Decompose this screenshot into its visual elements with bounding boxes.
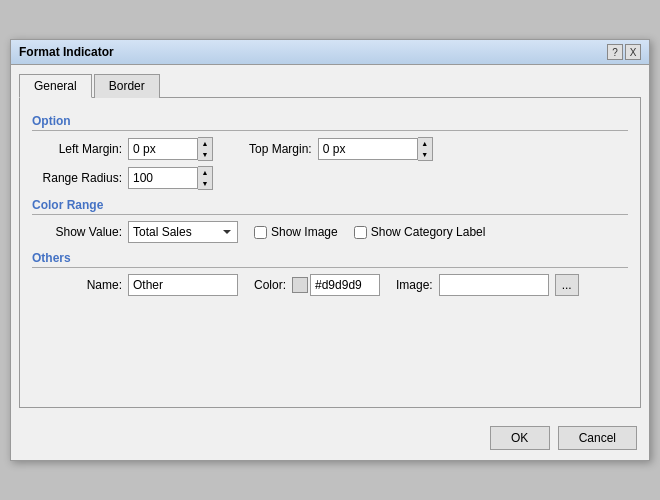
image-input[interactable] (439, 274, 549, 296)
option-divider (32, 130, 628, 131)
dialog-title: Format Indicator (19, 45, 114, 59)
left-margin-spin-buttons: ▲ ▼ (198, 137, 213, 161)
ok-button[interactable]: OK (490, 426, 550, 450)
top-margin-group: Top Margin: ▲ ▼ (249, 137, 433, 161)
top-margin-spin-down[interactable]: ▼ (418, 149, 432, 160)
section-label-option: Option (32, 114, 628, 128)
show-category-label-label: Show Category Label (371, 225, 486, 239)
left-margin-spin-down[interactable]: ▼ (198, 149, 212, 160)
section-label-color-range: Color Range (32, 198, 628, 212)
range-radius-spin: ▲ ▼ (128, 166, 213, 190)
top-margin-spin: ▲ ▼ (318, 137, 433, 161)
title-bar: Format Indicator ? X (11, 40, 649, 65)
left-margin-label: Left Margin: (32, 142, 122, 156)
others-divider (32, 267, 628, 268)
show-image-checkbox[interactable] (254, 226, 267, 239)
left-margin-row: Left Margin: ▲ ▼ Top Margin: ▲ ▼ (32, 137, 628, 161)
top-margin-spin-up[interactable]: ▲ (418, 138, 432, 149)
others-row: Name: Color: Image: ... (32, 274, 628, 296)
dialog: Format Indicator ? X General Border Opti… (10, 39, 650, 461)
color-swatch (292, 277, 308, 293)
range-radius-label: Range Radius: (32, 171, 122, 185)
show-value-label: Show Value: (32, 225, 122, 239)
close-button[interactable]: X (625, 44, 641, 60)
show-image-label: Show Image (271, 225, 338, 239)
name-label: Name: (32, 278, 122, 292)
tab-content-general: Option Left Margin: ▲ ▼ Top Margin: (19, 98, 641, 408)
show-category-label-group: Show Category Label (354, 225, 486, 239)
color-input[interactable] (310, 274, 380, 296)
show-category-label-checkbox[interactable] (354, 226, 367, 239)
cancel-button[interactable]: Cancel (558, 426, 637, 450)
tab-general[interactable]: General (19, 74, 92, 98)
top-margin-label: Top Margin: (249, 142, 312, 156)
range-radius-spin-buttons: ▲ ▼ (198, 166, 213, 190)
left-margin-spin-up[interactable]: ▲ (198, 138, 212, 149)
color-range-divider (32, 214, 628, 215)
tab-border[interactable]: Border (94, 74, 160, 98)
range-radius-spin-down[interactable]: ▼ (198, 178, 212, 189)
dialog-body: General Border Option Left Margin: ▲ ▼ T… (11, 65, 649, 416)
show-value-select[interactable]: Total Sales Units Profit (128, 221, 238, 243)
color-label: Color: (254, 278, 286, 292)
range-radius-spin-up[interactable]: ▲ (198, 167, 212, 178)
tab-bar: General Border (19, 73, 641, 98)
dialog-footer: OK Cancel (11, 416, 649, 460)
left-margin-spin: ▲ ▼ (128, 137, 213, 161)
section-label-others: Others (32, 251, 628, 265)
left-margin-input[interactable] (128, 138, 198, 160)
name-input[interactable] (128, 274, 238, 296)
show-value-row: Show Value: Total Sales Units Profit Sho… (32, 221, 628, 243)
range-radius-input[interactable] (128, 167, 198, 189)
top-margin-spin-buttons: ▲ ▼ (418, 137, 433, 161)
range-radius-row: Range Radius: ▲ ▼ (32, 166, 628, 190)
image-browse-button[interactable]: ... (555, 274, 579, 296)
help-button[interactable]: ? (607, 44, 623, 60)
image-label: Image: (396, 278, 433, 292)
show-image-group: Show Image (254, 225, 338, 239)
title-bar-buttons: ? X (607, 44, 641, 60)
color-group (292, 274, 380, 296)
top-margin-input[interactable] (318, 138, 418, 160)
